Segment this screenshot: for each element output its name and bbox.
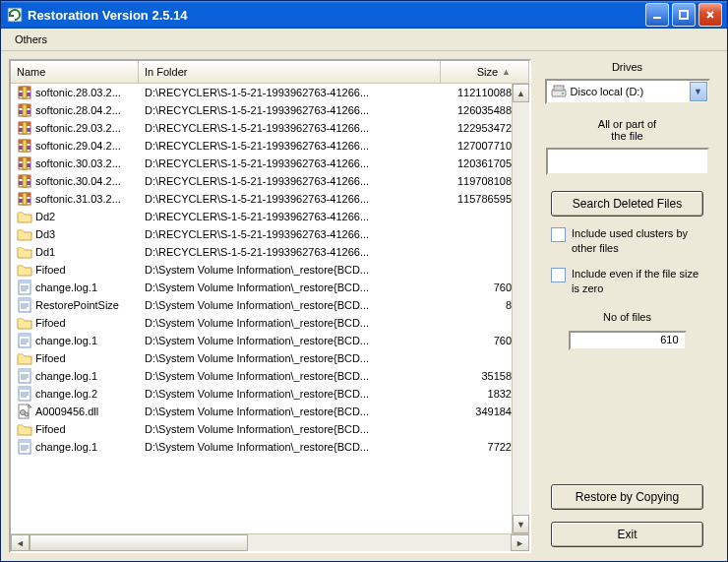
file-folder: D:\RECYCLER\S-1-5-21-1993962763-41266... — [139, 122, 441, 134]
file-name: change.log.1 — [35, 281, 97, 293]
col-size[interactable]: Size▲ — [441, 61, 529, 83]
dropdown-arrow-icon[interactable]: ▼ — [690, 82, 707, 101]
scroll-left-button[interactable]: ◄ — [11, 534, 30, 551]
table-row[interactable]: change.log.1D:\System Volume Information… — [11, 279, 529, 296]
svg-rect-32 — [19, 281, 30, 283]
table-row[interactable]: FifoedD:\System Volume Information\_rest… — [11, 314, 529, 332]
file-name: softonic.28.03.2... — [35, 87, 121, 98]
svg-rect-22 — [23, 157, 27, 169]
vertical-scrollbar[interactable]: ▲ ▼ — [512, 84, 529, 533]
title-bar[interactable]: Restoration Version 2.5.14 — [1, 1, 727, 29]
archive-icon — [17, 85, 32, 100]
log-icon — [17, 280, 32, 295]
file-name: softonic.30.04.2... — [35, 175, 121, 187]
svg-point-66 — [562, 93, 564, 94]
folder-icon — [17, 350, 32, 366]
table-row[interactable]: change.log.1D:\System Volume Information… — [11, 332, 529, 349]
table-row[interactable]: Dd3D:\RECYCLER\S-1-5-21-1993962763-41266… — [11, 225, 529, 243]
svg-rect-26 — [23, 175, 27, 187]
file-folder: D:\System Volume Information\_restore{BC… — [139, 299, 441, 311]
close-button[interactable] — [698, 3, 722, 27]
app-icon — [7, 7, 23, 23]
table-row[interactable]: change.log.1D:\System Volume Information… — [11, 438, 529, 456]
file-name: Fifoed — [35, 352, 66, 364]
svg-rect-10 — [23, 104, 27, 116]
file-name: RestorePointSize — [35, 299, 119, 311]
table-row[interactable]: FifoedD:\System Volume Information\_rest… — [11, 349, 529, 367]
scroll-h-track[interactable] — [30, 534, 511, 551]
table-row[interactable]: softonic.29.04.2...D:\RECYCLER\S-1-5-21-… — [11, 137, 529, 155]
minimize-button[interactable] — [645, 3, 669, 27]
horizontal-scrollbar[interactable]: ◄ ► — [11, 533, 529, 551]
file-list: Name In Folder Size▲ softonic.28.03.2...… — [9, 59, 531, 553]
table-row[interactable]: softonic.28.04.2...D:\RECYCLER\S-1-5-21-… — [11, 101, 529, 119]
svg-rect-42 — [19, 334, 30, 337]
col-name[interactable]: Name — [11, 61, 139, 83]
table-row[interactable]: Dd1D:\RECYCLER\S-1-5-21-1993962763-41266… — [11, 243, 529, 261]
svg-rect-47 — [19, 369, 30, 372]
archive-icon — [17, 138, 32, 154]
table-row[interactable]: FifoedD:\System Volume Information\_rest… — [11, 261, 529, 279]
col-folder[interactable]: In Folder — [139, 61, 441, 83]
svg-rect-1 — [653, 17, 661, 19]
table-row[interactable]: softonic.31.03.2...D:\RECYCLER\S-1-5-21-… — [11, 190, 529, 208]
file-name: Dd3 — [35, 228, 55, 240]
rows-viewport: softonic.28.03.2...D:\RECYCLER\S-1-5-21-… — [11, 84, 529, 533]
table-row[interactable]: change.log.1D:\System Volume Information… — [11, 367, 529, 385]
table-row[interactable]: Dd2D:\RECYCLER\S-1-5-21-1993962763-41266… — [11, 208, 529, 225]
file-folder: D:\System Volume Information\_restore{BC… — [139, 388, 441, 400]
table-row[interactable]: softonic.30.04.2...D:\RECYCLER\S-1-5-21-… — [11, 172, 529, 190]
maximize-button[interactable] — [672, 3, 696, 27]
scroll-right-button[interactable]: ► — [511, 534, 529, 551]
file-name: Dd1 — [35, 246, 55, 258]
file-name: softonic.29.04.2... — [35, 140, 121, 152]
scroll-h-thumb[interactable] — [30, 534, 248, 551]
checkbox-icon[interactable] — [551, 268, 566, 282]
file-name: softonic.30.03.2... — [35, 157, 121, 169]
file-name: Dd2 — [35, 211, 55, 222]
include-used-checkbox[interactable]: Include used clusters by other files — [551, 226, 703, 257]
table-row[interactable]: softonic.29.03.2...D:\RECYCLER\S-1-5-21-… — [11, 119, 529, 137]
file-name: change.log.1 — [35, 370, 97, 382]
svg-rect-52 — [19, 387, 30, 390]
log-icon — [17, 368, 32, 384]
include-zero-checkbox[interactable]: Include even if the file size is zero — [551, 267, 703, 297]
column-headers: Name In Folder Size▲ — [11, 61, 529, 84]
table-row[interactable]: change.log.2D:\System Volume Information… — [11, 385, 529, 403]
folder-icon — [17, 226, 32, 242]
file-folder: D:\System Volume Information\_restore{BC… — [139, 441, 441, 453]
file-folder: D:\RECYCLER\S-1-5-21-1993962763-41266... — [139, 211, 441, 222]
include-used-label: Include used clusters by other files — [572, 226, 703, 257]
scroll-up-button[interactable]: ▲ — [513, 84, 529, 102]
checkbox-icon[interactable] — [551, 227, 566, 242]
filename-filter-input[interactable] — [546, 148, 709, 175]
table-row[interactable]: softonic.30.03.2...D:\RECYCLER\S-1-5-21-… — [11, 155, 529, 172]
svg-rect-60 — [19, 440, 30, 443]
scroll-down-button[interactable]: ▼ — [513, 515, 529, 533]
table-row[interactable]: FifoedD:\System Volume Information\_rest… — [11, 420, 529, 438]
file-folder: D:\RECYCLER\S-1-5-21-1993962763-41266... — [139, 140, 441, 152]
table-row[interactable]: softonic.28.03.2...D:\RECYCLER\S-1-5-21-… — [11, 84, 529, 101]
exit-button[interactable]: Exit — [551, 522, 703, 547]
log-icon — [17, 333, 32, 348]
file-folder: D:\RECYCLER\S-1-5-21-1993962763-41266... — [139, 175, 441, 187]
file-folder: D:\System Volume Information\_restore{BC… — [139, 317, 441, 329]
file-folder: D:\System Volume Information\_restore{BC… — [139, 264, 441, 276]
file-folder: D:\RECYCLER\S-1-5-21-1993962763-41266... — [139, 87, 441, 98]
restore-button[interactable]: Restore by Copying — [551, 484, 703, 510]
sort-indicator-icon: ▲ — [502, 67, 511, 77]
filter-label: All or part of the file — [598, 118, 656, 142]
folder-icon — [17, 209, 32, 224]
table-row[interactable]: RestorePointSizeD:\System Volume Informa… — [11, 296, 529, 314]
file-folder: D:\RECYCLER\S-1-5-21-1993962763-41266... — [139, 157, 441, 169]
search-button[interactable]: Search Deleted Files — [551, 191, 703, 217]
archive-icon — [17, 173, 32, 189]
archive-icon — [17, 120, 32, 136]
folder-icon — [17, 262, 32, 278]
table-row[interactable]: A0009456.dllD:\System Volume Information… — [11, 403, 529, 420]
drive-select[interactable]: Disco local (D:) ▼ — [545, 79, 710, 104]
scroll-track[interactable] — [513, 102, 529, 515]
svg-rect-65 — [554, 86, 564, 91]
menu-others[interactable]: Others — [7, 31, 55, 47]
log-icon — [17, 297, 32, 313]
